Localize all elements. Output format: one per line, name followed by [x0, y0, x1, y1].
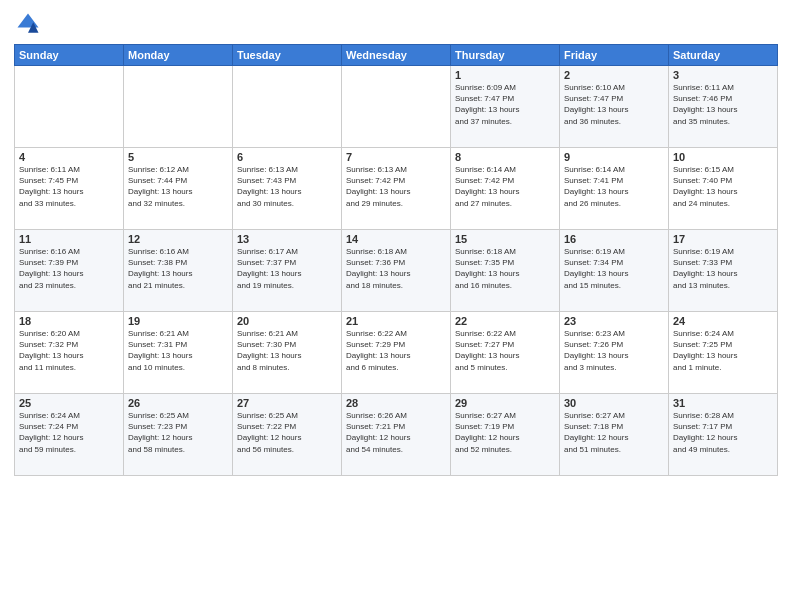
- day-number: 7: [346, 151, 446, 163]
- day-number: 20: [237, 315, 337, 327]
- day-number: 19: [128, 315, 228, 327]
- day-number: 2: [564, 69, 664, 81]
- day-cell: 28Sunrise: 6:26 AM Sunset: 7:21 PM Dayli…: [342, 394, 451, 476]
- day-info: Sunrise: 6:11 AM Sunset: 7:46 PM Dayligh…: [673, 82, 773, 127]
- day-number: 27: [237, 397, 337, 409]
- day-number: 15: [455, 233, 555, 245]
- svg-marker-0: [18, 14, 39, 28]
- day-cell: 29Sunrise: 6:27 AM Sunset: 7:19 PM Dayli…: [451, 394, 560, 476]
- day-cell: 18Sunrise: 6:20 AM Sunset: 7:32 PM Dayli…: [15, 312, 124, 394]
- day-info: Sunrise: 6:13 AM Sunset: 7:42 PM Dayligh…: [346, 164, 446, 209]
- day-cell: 3Sunrise: 6:11 AM Sunset: 7:46 PM Daylig…: [669, 66, 778, 148]
- day-info: Sunrise: 6:25 AM Sunset: 7:23 PM Dayligh…: [128, 410, 228, 455]
- day-number: 5: [128, 151, 228, 163]
- day-cell: 19Sunrise: 6:21 AM Sunset: 7:31 PM Dayli…: [124, 312, 233, 394]
- day-cell: 11Sunrise: 6:16 AM Sunset: 7:39 PM Dayli…: [15, 230, 124, 312]
- day-cell: 8Sunrise: 6:14 AM Sunset: 7:42 PM Daylig…: [451, 148, 560, 230]
- week-row-4: 25Sunrise: 6:24 AM Sunset: 7:24 PM Dayli…: [15, 394, 778, 476]
- week-row-3: 18Sunrise: 6:20 AM Sunset: 7:32 PM Dayli…: [15, 312, 778, 394]
- day-number: 21: [346, 315, 446, 327]
- day-info: Sunrise: 6:21 AM Sunset: 7:31 PM Dayligh…: [128, 328, 228, 373]
- day-cell: 21Sunrise: 6:22 AM Sunset: 7:29 PM Dayli…: [342, 312, 451, 394]
- day-number: 4: [19, 151, 119, 163]
- day-info: Sunrise: 6:27 AM Sunset: 7:19 PM Dayligh…: [455, 410, 555, 455]
- header-row: SundayMondayTuesdayWednesdayThursdayFrid…: [15, 45, 778, 66]
- logo: [14, 10, 46, 38]
- day-info: Sunrise: 6:14 AM Sunset: 7:41 PM Dayligh…: [564, 164, 664, 209]
- day-info: Sunrise: 6:17 AM Sunset: 7:37 PM Dayligh…: [237, 246, 337, 291]
- day-number: 18: [19, 315, 119, 327]
- day-cell: 10Sunrise: 6:15 AM Sunset: 7:40 PM Dayli…: [669, 148, 778, 230]
- day-cell: 15Sunrise: 6:18 AM Sunset: 7:35 PM Dayli…: [451, 230, 560, 312]
- day-number: 25: [19, 397, 119, 409]
- day-number: 31: [673, 397, 773, 409]
- day-number: 6: [237, 151, 337, 163]
- day-info: Sunrise: 6:15 AM Sunset: 7:40 PM Dayligh…: [673, 164, 773, 209]
- day-number: 28: [346, 397, 446, 409]
- day-cell: 31Sunrise: 6:28 AM Sunset: 7:17 PM Dayli…: [669, 394, 778, 476]
- day-info: Sunrise: 6:20 AM Sunset: 7:32 PM Dayligh…: [19, 328, 119, 373]
- day-info: Sunrise: 6:10 AM Sunset: 7:47 PM Dayligh…: [564, 82, 664, 127]
- day-cell: 14Sunrise: 6:18 AM Sunset: 7:36 PM Dayli…: [342, 230, 451, 312]
- day-cell: 9Sunrise: 6:14 AM Sunset: 7:41 PM Daylig…: [560, 148, 669, 230]
- day-info: Sunrise: 6:26 AM Sunset: 7:21 PM Dayligh…: [346, 410, 446, 455]
- day-cell: 23Sunrise: 6:23 AM Sunset: 7:26 PM Dayli…: [560, 312, 669, 394]
- header-monday: Monday: [124, 45, 233, 66]
- day-cell: [233, 66, 342, 148]
- day-cell: 30Sunrise: 6:27 AM Sunset: 7:18 PM Dayli…: [560, 394, 669, 476]
- header-thursday: Thursday: [451, 45, 560, 66]
- day-number: 1: [455, 69, 555, 81]
- week-row-0: 1Sunrise: 6:09 AM Sunset: 7:47 PM Daylig…: [15, 66, 778, 148]
- day-number: 22: [455, 315, 555, 327]
- day-number: 3: [673, 69, 773, 81]
- header-saturday: Saturday: [669, 45, 778, 66]
- day-number: 29: [455, 397, 555, 409]
- day-cell: 27Sunrise: 6:25 AM Sunset: 7:22 PM Dayli…: [233, 394, 342, 476]
- day-number: 30: [564, 397, 664, 409]
- day-info: Sunrise: 6:22 AM Sunset: 7:27 PM Dayligh…: [455, 328, 555, 373]
- day-cell: 5Sunrise: 6:12 AM Sunset: 7:44 PM Daylig…: [124, 148, 233, 230]
- day-cell: 17Sunrise: 6:19 AM Sunset: 7:33 PM Dayli…: [669, 230, 778, 312]
- logo-icon: [14, 10, 42, 38]
- week-row-1: 4Sunrise: 6:11 AM Sunset: 7:45 PM Daylig…: [15, 148, 778, 230]
- day-cell: 24Sunrise: 6:24 AM Sunset: 7:25 PM Dayli…: [669, 312, 778, 394]
- day-cell: 22Sunrise: 6:22 AM Sunset: 7:27 PM Dayli…: [451, 312, 560, 394]
- day-cell: [342, 66, 451, 148]
- day-number: 24: [673, 315, 773, 327]
- day-number: 17: [673, 233, 773, 245]
- day-info: Sunrise: 6:21 AM Sunset: 7:30 PM Dayligh…: [237, 328, 337, 373]
- day-info: Sunrise: 6:16 AM Sunset: 7:39 PM Dayligh…: [19, 246, 119, 291]
- day-cell: 7Sunrise: 6:13 AM Sunset: 7:42 PM Daylig…: [342, 148, 451, 230]
- day-cell: 20Sunrise: 6:21 AM Sunset: 7:30 PM Dayli…: [233, 312, 342, 394]
- day-info: Sunrise: 6:14 AM Sunset: 7:42 PM Dayligh…: [455, 164, 555, 209]
- day-info: Sunrise: 6:16 AM Sunset: 7:38 PM Dayligh…: [128, 246, 228, 291]
- day-cell: 1Sunrise: 6:09 AM Sunset: 7:47 PM Daylig…: [451, 66, 560, 148]
- day-cell: 4Sunrise: 6:11 AM Sunset: 7:45 PM Daylig…: [15, 148, 124, 230]
- day-info: Sunrise: 6:09 AM Sunset: 7:47 PM Dayligh…: [455, 82, 555, 127]
- header-friday: Friday: [560, 45, 669, 66]
- day-number: 23: [564, 315, 664, 327]
- calendar-header: SundayMondayTuesdayWednesdayThursdayFrid…: [15, 45, 778, 66]
- header-tuesday: Tuesday: [233, 45, 342, 66]
- day-info: Sunrise: 6:13 AM Sunset: 7:43 PM Dayligh…: [237, 164, 337, 209]
- header: [14, 10, 778, 38]
- day-info: Sunrise: 6:12 AM Sunset: 7:44 PM Dayligh…: [128, 164, 228, 209]
- day-number: 11: [19, 233, 119, 245]
- calendar-table: SundayMondayTuesdayWednesdayThursdayFrid…: [14, 44, 778, 476]
- day-number: 14: [346, 233, 446, 245]
- day-number: 26: [128, 397, 228, 409]
- day-number: 12: [128, 233, 228, 245]
- day-number: 16: [564, 233, 664, 245]
- day-info: Sunrise: 6:23 AM Sunset: 7:26 PM Dayligh…: [564, 328, 664, 373]
- day-info: Sunrise: 6:28 AM Sunset: 7:17 PM Dayligh…: [673, 410, 773, 455]
- day-info: Sunrise: 6:24 AM Sunset: 7:24 PM Dayligh…: [19, 410, 119, 455]
- day-info: Sunrise: 6:18 AM Sunset: 7:35 PM Dayligh…: [455, 246, 555, 291]
- day-info: Sunrise: 6:22 AM Sunset: 7:29 PM Dayligh…: [346, 328, 446, 373]
- day-info: Sunrise: 6:19 AM Sunset: 7:33 PM Dayligh…: [673, 246, 773, 291]
- day-info: Sunrise: 6:19 AM Sunset: 7:34 PM Dayligh…: [564, 246, 664, 291]
- day-number: 13: [237, 233, 337, 245]
- page: SundayMondayTuesdayWednesdayThursdayFrid…: [0, 0, 792, 612]
- header-wednesday: Wednesday: [342, 45, 451, 66]
- day-cell: [124, 66, 233, 148]
- day-cell: 2Sunrise: 6:10 AM Sunset: 7:47 PM Daylig…: [560, 66, 669, 148]
